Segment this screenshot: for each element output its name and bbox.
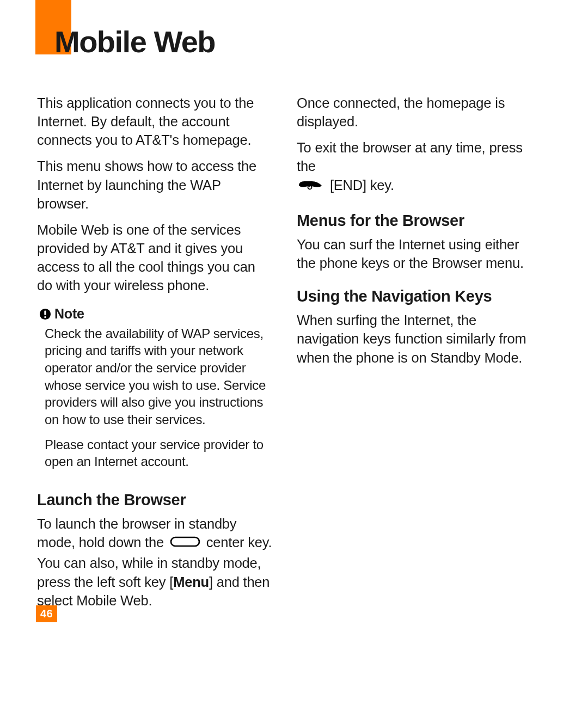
note-block: Note Check the availability of WAP servi…: [39, 306, 274, 470]
center-key-icon: [170, 533, 200, 551]
exit-text-pre: To exit the browser at any time, press t…: [297, 140, 523, 174]
exit-text-post: [END] key.: [330, 177, 394, 193]
right-column: Once connected, the homepage is displaye…: [297, 94, 534, 617]
nav-paragraph: When surfing the Internet, the navigatio…: [297, 311, 534, 366]
right-paragraph-2: To exit the browser at any time, press t…: [297, 138, 534, 197]
heading-menus-browser: Menus for the Browser: [297, 212, 534, 230]
note-heading: Note: [39, 306, 274, 322]
note-paragraph-2: Please contact your service provider to …: [39, 436, 274, 470]
left-column: This application connects you to the Int…: [37, 94, 274, 617]
intro-paragraph-3: Mobile Web is one of the services provid…: [37, 220, 274, 295]
warning-icon: [39, 308, 51, 320]
intro-paragraph-1: This application connects you to the Int…: [37, 94, 274, 149]
heading-launch-browser: Launch the Browser: [37, 491, 274, 509]
page-title: Mobile Web: [54, 24, 215, 59]
right-paragraph-1: Once connected, the homepage is displaye…: [297, 94, 534, 131]
menu-bold: Menu: [173, 574, 209, 590]
launch-paragraph: To launch the browser in standby mode, h…: [37, 514, 274, 610]
intro-paragraph-2: This menu shows how to access the Intern…: [37, 157, 274, 212]
page-number: 46: [36, 605, 57, 622]
note-paragraph-1: Check the availability of WAP services, …: [39, 325, 274, 428]
svg-point-2: [44, 316, 46, 318]
note-label: Note: [54, 306, 84, 322]
end-key-icon: [297, 176, 324, 194]
svg-rect-1: [44, 311, 46, 315]
heading-navigation-keys: Using the Navigation Keys: [297, 287, 534, 305]
svg-rect-3: [171, 537, 199, 546]
menus-paragraph: You can surf the Internet using either t…: [297, 235, 534, 272]
content-columns: This application connects you to the Int…: [37, 94, 534, 617]
